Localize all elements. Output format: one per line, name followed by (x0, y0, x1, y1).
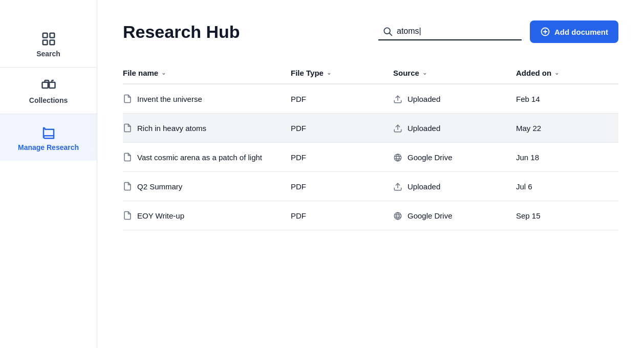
search-icon (382, 26, 393, 36)
chevron-down-icon: ⌄ (327, 70, 331, 76)
svg-point-15 (394, 212, 401, 220)
file-icon (123, 94, 132, 104)
cell-added-on: Jun 18 (516, 153, 618, 162)
column-file-name[interactable]: File name ⌄ (123, 69, 291, 77)
table-row[interactable]: Invent the universe PDF Uploaded Feb 14 (123, 84, 618, 114)
svg-rect-5 (49, 82, 55, 88)
sidebar-item-label: Manage Research (18, 143, 79, 151)
manage-research-icon (41, 123, 56, 140)
cell-file-name: EOY Write-up (123, 210, 291, 221)
file-icon (123, 123, 132, 133)
upload-icon (393, 94, 402, 104)
main-content: Research Hub atoms| (97, 0, 644, 348)
cell-source: Uploaded (393, 182, 516, 191)
table-row[interactable]: EOY Write-up PDF Google Drive (123, 201, 618, 230)
upload-icon (393, 182, 402, 191)
svg-point-13 (394, 154, 401, 161)
file-icon (123, 152, 132, 162)
cell-file-type: PDF (291, 124, 393, 133)
chevron-down-icon: ⌄ (161, 70, 166, 76)
documents-table: File name ⌄ File Type ⌄ Source ⌄ Added o… (123, 63, 618, 230)
cell-added-on: Jul 6 (516, 182, 618, 191)
svg-rect-2 (42, 40, 47, 45)
file-icon (123, 210, 132, 221)
upload-icon (393, 123, 402, 133)
sidebar-item-manage-research[interactable]: Manage Research (0, 114, 97, 161)
cell-file-name: Invent the universe (123, 94, 291, 104)
cell-added-on: Feb 14 (516, 95, 618, 103)
cell-added-on: May 22 (516, 124, 618, 133)
sidebar-item-collections[interactable]: Collections (0, 68, 97, 115)
svg-rect-4 (42, 82, 48, 88)
cell-added-on: Sep 15 (516, 211, 618, 220)
svg-rect-3 (50, 40, 54, 45)
sidebar-item-label: Collections (29, 96, 68, 104)
cell-file-type: PDF (291, 95, 393, 103)
sidebar-item-label: Search (36, 50, 60, 58)
page-title: Research Hub (123, 22, 240, 42)
table-row[interactable]: Q2 Summary PDF Uploaded Jul 6 (123, 172, 618, 201)
column-file-type[interactable]: File Type ⌄ (291, 69, 393, 77)
google-drive-icon (393, 153, 402, 162)
cell-file-name: Vast cosmic arena as a patch of light (123, 152, 291, 162)
search-box[interactable]: atoms| (378, 23, 522, 40)
svg-line-7 (390, 33, 392, 36)
cell-file-type: PDF (291, 153, 393, 162)
collections-icon (41, 77, 56, 94)
header-actions: atoms| Add document (378, 20, 618, 43)
table-row[interactable]: Rich in heavy atoms PDF Uploaded May 22 (123, 114, 618, 143)
cell-file-type: PDF (291, 211, 393, 220)
table-row[interactable]: Vast cosmic arena as a patch of light PD… (123, 143, 618, 172)
cell-source: Uploaded (393, 94, 516, 104)
column-source[interactable]: Source ⌄ (393, 69, 516, 77)
chevron-down-icon: ⌄ (422, 70, 427, 76)
google-drive-icon (393, 211, 402, 221)
cell-source: Uploaded (393, 123, 516, 133)
add-document-button[interactable]: Add document (530, 20, 618, 43)
search-icon (41, 30, 56, 47)
cell-file-type: PDF (291, 182, 393, 191)
header: Research Hub atoms| (123, 20, 618, 43)
chevron-down-icon: ⌄ (554, 70, 559, 76)
table-header: File name ⌄ File Type ⌄ Source ⌄ Added o… (123, 63, 618, 84)
cell-source: Google Drive (393, 153, 516, 162)
cell-file-name: Q2 Summary (123, 181, 291, 191)
file-icon (123, 181, 132, 191)
search-input[interactable]: atoms| (397, 27, 518, 36)
sidebar: Search Collections Manage Research (0, 0, 97, 348)
plus-circle-icon (540, 27, 550, 37)
column-added-on[interactable]: Added on ⌄ (516, 69, 618, 77)
svg-rect-0 (42, 33, 47, 37)
sidebar-item-search[interactable]: Search (0, 20, 97, 68)
svg-rect-1 (50, 33, 54, 37)
cell-file-name: Rich in heavy atoms (123, 123, 291, 133)
cell-source: Google Drive (393, 211, 516, 221)
